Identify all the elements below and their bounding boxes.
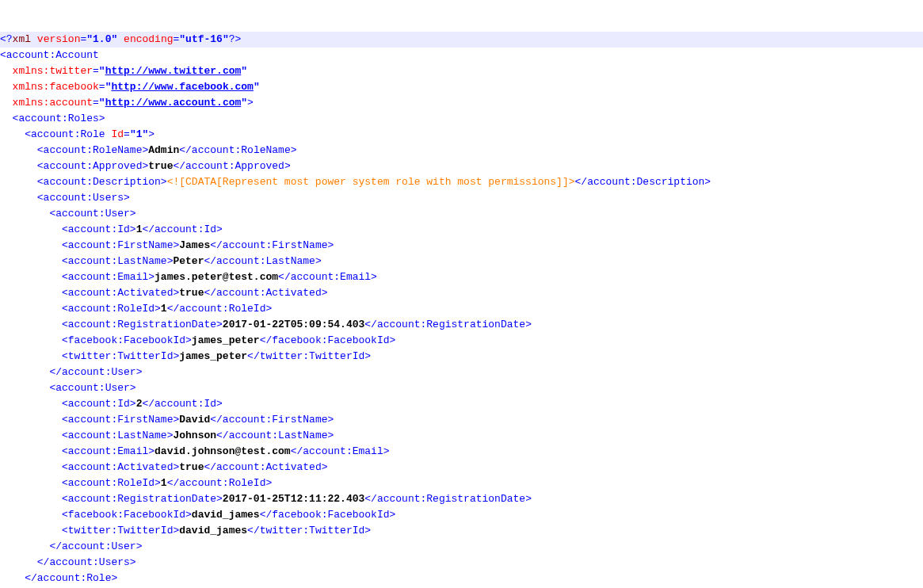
user-email: <account:Email>james.peter@test.com</acc… xyxy=(0,269,923,285)
user-activated: <account:Activated>true</account:Activat… xyxy=(0,285,923,301)
user-registrationdate: <account:RegistrationDate>2017-01-22T05:… xyxy=(0,317,923,333)
xml-declaration: <?xml version="1.0" encoding="utf-16"?> xyxy=(0,32,923,48)
namespace-url[interactable]: http://www.twitter.com xyxy=(105,65,242,77)
role-close: </account:Role> xyxy=(0,571,923,586)
namespace-decl: xmlns:account="http://www.account.com"> xyxy=(0,95,923,111)
user-email: <account:Email>david.johnson@test.com</a… xyxy=(0,444,923,460)
user-facebookid: <facebook:FacebookId>david_james</facebo… xyxy=(0,507,923,523)
user-twitterid: <twitter:TwitterId>james_peter</twitter:… xyxy=(0,349,923,365)
role-name: <account:RoleName>Admin</account:RoleNam… xyxy=(0,143,923,158)
user-id: <account:Id>1</account:Id> xyxy=(0,222,923,238)
namespace-decl: xmlns:twitter="http://www.twitter.com" xyxy=(0,63,923,79)
root-open: <account:Account xyxy=(0,48,923,63)
namespace-url[interactable]: http://www.account.com xyxy=(105,97,242,109)
user-id: <account:Id>2</account:Id> xyxy=(0,396,923,412)
user-registrationdate: <account:RegistrationDate>2017-01-25T12:… xyxy=(0,491,923,507)
user-lastname: <account:LastName>Peter</account:LastNam… xyxy=(0,254,923,269)
user-close: </account:User> xyxy=(0,365,923,380)
user-roleid: <account:RoleId>1</account:RoleId> xyxy=(0,475,923,491)
users-open: <account:Users> xyxy=(0,190,923,206)
user-twitterid: <twitter:TwitterId>david_james</twitter:… xyxy=(0,523,923,539)
roles-open: <account:Roles> xyxy=(0,111,923,127)
users-close: </account:Users> xyxy=(0,555,923,571)
namespace-decl: xmlns:facebook="http://www.facebook.com" xyxy=(0,79,923,95)
role-description: <account:Description><![CDATA[Represent … xyxy=(0,174,923,190)
user-open: <account:User> xyxy=(0,380,923,396)
user-open: <account:User> xyxy=(0,206,923,222)
user-roleid: <account:RoleId>1</account:RoleId> xyxy=(0,301,923,317)
user-lastname: <account:LastName>Johnson</account:LastN… xyxy=(0,428,923,444)
role-open: <account:Role Id="1"> xyxy=(0,127,923,143)
user-close: </account:User> xyxy=(0,539,923,555)
user-firstname: <account:FirstName>James</account:FirstN… xyxy=(0,238,923,254)
xml-document: <?xml version="1.0" encoding="utf-16"?><… xyxy=(0,32,923,588)
user-facebookid: <facebook:FacebookId>james_peter</facebo… xyxy=(0,333,923,349)
role-approved: <account:Approved>true</account:Approved… xyxy=(0,158,923,174)
namespace-url[interactable]: http://www.facebook.com xyxy=(111,81,253,93)
user-activated: <account:Activated>true</account:Activat… xyxy=(0,460,923,475)
user-firstname: <account:FirstName>David</account:FirstN… xyxy=(0,412,923,428)
